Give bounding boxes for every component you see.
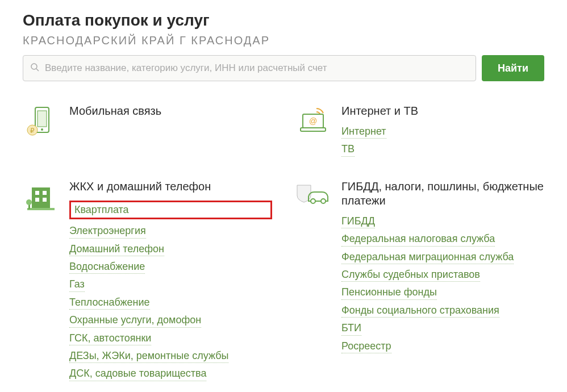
category-link[interactable]: ДЕЗы, ЖЭКи, ремонтные службы (69, 349, 228, 363)
category-internet: @ Интернет и ТВ Интернет ТВ (295, 104, 544, 157)
search-row: Найти (23, 55, 544, 81)
phone-icon: ₽ (23, 104, 59, 140)
svg-text:₽: ₽ (30, 127, 35, 135)
category-link[interactable]: Фонды социального страхования (341, 304, 499, 318)
category-link[interactable]: Пенсионные фонды (341, 286, 437, 299)
category-link[interactable]: ГИБДД (341, 215, 375, 228)
category-link[interactable]: ДСК, садовые товарищества (69, 367, 206, 381)
svg-point-18 (311, 199, 315, 203)
search-button[interactable]: Найти (482, 55, 544, 81)
house-icon (23, 180, 59, 216)
search-icon (30, 62, 39, 74)
category-link[interactable]: Электроэнергия (69, 224, 146, 238)
category-title[interactable]: ЖКХ и домашний телефон (69, 180, 272, 194)
category-link[interactable]: Службы судебных приставов (341, 268, 480, 282)
category-link[interactable]: БТИ (341, 322, 361, 335)
category-link[interactable]: Газ (69, 278, 85, 291)
svg-text:@: @ (309, 116, 317, 126)
category-link[interactable]: Водоснабжение (69, 260, 145, 274)
svg-point-17 (26, 199, 32, 205)
laptop-wifi-icon: @ (295, 104, 331, 140)
category-title[interactable]: Мобильная связь (69, 104, 272, 118)
category-link[interactable]: Теплоснабжение (69, 296, 150, 310)
category-link[interactable]: Интернет (341, 125, 386, 139)
category-link-highlighted[interactable]: Квартплата (74, 204, 129, 215)
categories-grid: ₽ Мобильная связь @ Интернет и ТВ Интерн… (23, 104, 544, 381)
svg-line-1 (36, 69, 39, 71)
svg-rect-11 (35, 191, 39, 195)
svg-rect-15 (27, 208, 55, 210)
svg-rect-14 (43, 198, 47, 202)
svg-point-4 (41, 128, 43, 131)
search-box[interactable] (23, 55, 476, 81)
category-link[interactable]: Федеральная миграционная служба (341, 251, 514, 264)
category-link[interactable]: ГСК, автостоянки (69, 332, 151, 345)
page-title: Оплата покупок и услуг (23, 11, 544, 30)
svg-rect-8 (301, 128, 326, 131)
category-mobile: ₽ Мобильная связь (23, 104, 272, 157)
category-link[interactable]: Домашний телефон (69, 243, 164, 256)
svg-rect-10 (32, 187, 50, 208)
highlighted-link-box: Квартплата (69, 201, 272, 219)
svg-rect-12 (43, 191, 47, 195)
category-title[interactable]: ГИБДД, налоги, пошлины, бюджетные платеж… (341, 180, 544, 208)
category-zhkh: ЖКХ и домашний телефон Квартплата Электр… (23, 180, 272, 381)
category-title[interactable]: Интернет и ТВ (341, 104, 544, 118)
svg-rect-3 (37, 111, 47, 127)
category-gibdd: ГИБДД, налоги, пошлины, бюджетные платеж… (295, 180, 544, 381)
svg-rect-13 (35, 198, 39, 202)
svg-point-19 (321, 199, 326, 203)
category-link[interactable]: Федеральная налоговая служба (341, 232, 495, 246)
svg-point-0 (31, 64, 37, 69)
region-subtitle: КРАСНОДАРСКИЙ КРАЙ Г КРАСНОДАР (23, 34, 544, 47)
svg-rect-16 (28, 205, 30, 209)
category-link[interactable]: ТВ (341, 143, 355, 156)
search-input[interactable] (45, 62, 469, 74)
category-link[interactable]: Охранные услуги, домофон (69, 314, 201, 327)
shield-car-icon (295, 180, 331, 216)
category-link[interactable]: Росреестр (341, 340, 391, 353)
